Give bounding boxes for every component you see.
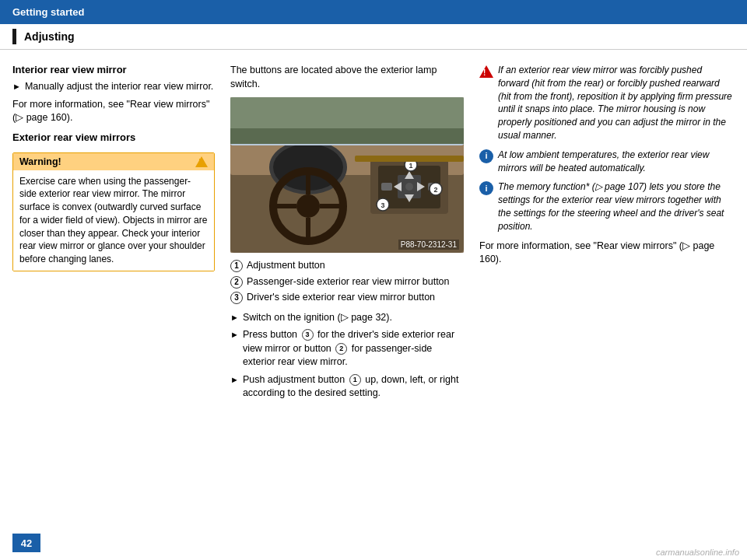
page-number: 42	[12, 534, 40, 552]
car-interior-svg: 1 2 3	[230, 97, 464, 253]
step-3-text: Push adjustment button 1 up, down, left,…	[243, 373, 464, 401]
numbered-list: 1 Adjustment button 2 Passenger-side ext…	[230, 259, 464, 305]
svg-rect-19	[381, 183, 392, 191]
svg-text:1: 1	[409, 162, 412, 170]
num-badge-3: 3	[230, 292, 243, 304]
step-1-text: Switch on the ignition (▷ page 32).	[243, 311, 392, 325]
exterior-section-title: Exterior rear view mirrors	[12, 131, 215, 143]
sub-header: Adjusting	[0, 24, 747, 50]
interior-bullet-text: Manually adjust the interior rear view m…	[25, 80, 213, 94]
list-item-1-text: Adjustment button	[247, 259, 325, 273]
svg-text:3: 3	[381, 201, 384, 209]
warning-icon	[479, 65, 493, 78]
step-3-arrow: ►	[230, 374, 239, 401]
watermark: carmanualsonline.info	[656, 548, 739, 557]
main-content: Interior rear view mirror ► Manually adj…	[0, 56, 747, 554]
step-1: ► Switch on the ignition (▷ page 32).	[230, 311, 464, 325]
num-badge-1: 1	[230, 260, 243, 272]
list-item-3-text: Driver's side exterior rear view mirror …	[247, 291, 435, 305]
interior-section-title: Interior rear view mirror	[12, 64, 215, 75]
left-column: Interior rear view mirror ► Manually adj…	[12, 64, 215, 546]
info-note-2-text: At low ambient temperatures, the exterio…	[498, 149, 735, 175]
interior-bullet-item: ► Manually adjust the interior rear view…	[12, 80, 215, 94]
warning-triangle-icon	[195, 156, 208, 167]
right-footer-para: For more information, see "Rear view mir…	[479, 240, 735, 267]
warning-note-1-text: If an exterior rear view mirror was forc…	[498, 64, 735, 142]
step-2: ► Press button 3 for the driver's side e…	[230, 328, 464, 369]
car-image-container: 1 2 3 P88-70-2312-31	[230, 97, 464, 253]
sub-header-accent	[12, 29, 16, 44]
header-bar: Getting started	[0, 0, 747, 24]
step-1-arrow: ►	[230, 312, 239, 325]
warning-note-1: If an exterior rear view mirror was forc…	[479, 64, 735, 142]
warning-box: Warning! Exercise care when using the pa…	[12, 152, 215, 272]
list-item-2-text: Passenger-side exterior rear view mirror…	[247, 275, 450, 289]
svg-rect-27	[355, 156, 464, 162]
info-icon-2: i	[479, 149, 493, 163]
header-title: Getting started	[12, 6, 84, 18]
right-column: If an exterior rear view mirror was forc…	[479, 64, 735, 546]
warning-label: Warning!	[19, 156, 61, 167]
info-icon-3: i	[479, 181, 493, 195]
mid-column: The buttons are located above the exteri…	[230, 64, 464, 546]
list-item-1: 1 Adjustment button	[230, 259, 464, 273]
info-note-3-text: The memory function* (▷ page 107) lets y…	[498, 180, 735, 233]
warning-header: Warning!	[13, 153, 214, 170]
image-label: P88-70-2312-31	[398, 240, 459, 250]
step-2-arrow: ►	[230, 329, 239, 369]
list-item-2: 2 Passenger-side exterior rear view mirr…	[230, 275, 464, 289]
sub-header-title: Adjusting	[24, 30, 75, 43]
num-badge-2: 2	[230, 276, 243, 289]
mid-intro-text: The buttons are located above the exteri…	[230, 64, 464, 91]
step-2-text: Press button 3 for the driver's side ext…	[243, 328, 464, 369]
warning-body-text: Exercise care when using the passenger-s…	[13, 170, 214, 271]
list-item-3: 3 Driver's side exterior rear view mirro…	[230, 291, 464, 305]
svg-point-6	[296, 194, 320, 218]
svg-point-18	[405, 183, 413, 191]
interior-para: For more information, see "Rear view mir…	[12, 98, 215, 125]
bullet-arrow: ►	[12, 81, 21, 94]
svg-text:2: 2	[433, 186, 437, 194]
info-note-3: i The memory function* (▷ page 107) lets…	[479, 180, 735, 233]
step-3: ► Push adjustment button 1 up, down, lef…	[230, 373, 464, 401]
info-note-2: i At low ambient temperatures, the exter…	[479, 149, 735, 175]
svg-rect-30	[230, 128, 464, 144]
